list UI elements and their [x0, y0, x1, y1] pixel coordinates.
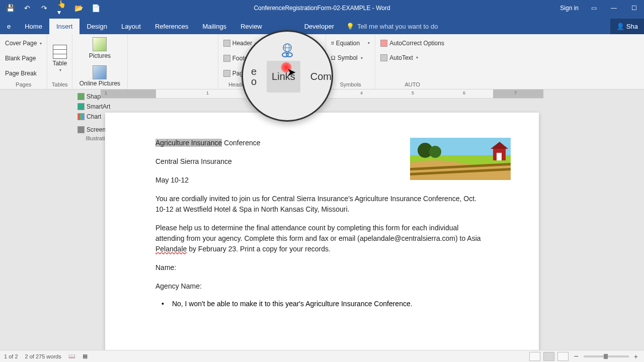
header-icon	[223, 40, 230, 47]
zoom-in-button[interactable]: +	[632, 352, 640, 360]
pictures-icon	[93, 37, 107, 51]
ribbon-hidden-area	[128, 34, 218, 89]
minimize-icon[interactable]: —	[609, 3, 619, 13]
tell-me-box[interactable]: 💡 Tell me what you want to do	[346, 23, 438, 34]
svg-point-3	[429, 146, 441, 158]
page-count[interactable]: 1 of 2	[4, 353, 18, 359]
undo-icon[interactable]: ↶	[23, 4, 31, 12]
shapes-icon	[77, 93, 85, 100]
tab-design[interactable]: Design	[79, 19, 114, 34]
mag-right-text: Com	[310, 71, 332, 82]
tab-layout[interactable]: Layout	[114, 19, 148, 34]
bullet-icon: •	[162, 300, 164, 308]
mag-left-text: e o	[243, 66, 257, 86]
symbol-icon: Ω	[331, 54, 336, 62]
autotext-button[interactable]: AutoText▾	[378, 53, 446, 62]
magnifier-overlay: e o Links ➤ Com	[242, 30, 333, 122]
tab-review[interactable]: Review	[233, 19, 269, 34]
screenshot-icon	[77, 126, 85, 133]
new-doc-icon[interactable]: 📄	[92, 4, 100, 12]
smartart-button[interactable]: SmartArt	[75, 102, 124, 111]
doc-paragraph-1[interactable]: You are cordially invited to join us for…	[155, 194, 489, 215]
touch-mode-icon[interactable]: 👆▾	[57, 4, 65, 12]
quick-access-toolbar: 💾 ↶ ↷ 👆▾ 📂 📄	[0, 4, 100, 12]
online-pictures-icon	[93, 65, 107, 79]
svg-rect-6	[497, 153, 502, 160]
farm-clipart[interactable]	[410, 138, 511, 180]
svg-point-11	[286, 53, 292, 57]
cursor-icon: ➤	[287, 66, 296, 79]
read-mode-button[interactable]	[529, 352, 540, 361]
autocorrect-button[interactable]: AutoCorrect Options	[378, 39, 446, 48]
title-right: Sign in ▭ — ☐	[560, 3, 639, 13]
page-number-icon	[223, 70, 230, 77]
group-illustrations: Pictures Online Pictures Shapes▾ SmartAr…	[72, 34, 128, 89]
spell-check-icon[interactable]: 📖	[68, 353, 75, 359]
doc-name-field[interactable]: Name:	[155, 262, 489, 273]
tables-group-label: Tables	[50, 80, 69, 89]
sign-in-link[interactable]: Sign in	[560, 5, 579, 12]
tab-home[interactable]: Home	[18, 19, 49, 34]
autocorrect-icon	[380, 40, 387, 47]
share-button[interactable]: 👤 Sha	[610, 19, 644, 34]
ribbon-tabs: e Home Insert Design Layout References M…	[0, 16, 644, 34]
save-icon[interactable]: 💾	[6, 4, 14, 12]
cover-page-button[interactable]: Cover Page▾	[3, 39, 44, 48]
online-pictures-button[interactable]: Online Pictures	[75, 64, 124, 88]
pictures-button[interactable]: Pictures	[75, 36, 124, 60]
group-pages: Cover Page▾ Blank Page Page Break Pages	[0, 34, 47, 89]
tab-mailings[interactable]: Mailings	[195, 19, 233, 34]
print-layout-button[interactable]	[543, 352, 554, 361]
footer-icon	[223, 55, 230, 62]
page-break-button[interactable]: Page Break	[3, 69, 44, 78]
open-icon[interactable]: 📂	[74, 4, 83, 12]
chart-icon	[77, 113, 85, 120]
autotext-icon	[380, 54, 387, 61]
doc-agency-field[interactable]: Agency Name:	[155, 281, 489, 292]
symbol-button[interactable]: Ω Symbol▾	[329, 53, 372, 63]
farm-svg-icon	[410, 138, 511, 180]
tab-developer[interactable]: Developer	[297, 19, 341, 34]
zoom-out-button[interactable]: −	[572, 352, 580, 361]
tab-insert[interactable]: Insert	[49, 19, 80, 34]
table-icon	[53, 45, 67, 59]
zoom-slider[interactable]	[584, 355, 629, 357]
group-tables: Table▾ Tables	[47, 34, 72, 89]
link-globe-icon	[276, 43, 298, 58]
web-layout-button[interactable]	[557, 352, 569, 361]
table-button[interactable]: Table▾	[50, 44, 69, 73]
equation-button[interactable]: π Equation▾	[329, 38, 372, 48]
tab-file-partial[interactable]: e	[0, 19, 18, 34]
redo-icon[interactable]: ↷	[40, 4, 48, 12]
maximize-icon[interactable]: ☐	[629, 3, 639, 13]
blank-page-button[interactable]: Blank Page	[3, 54, 44, 63]
window-title: ConferenceRegistrationForm-02-EXAMPLE - …	[254, 5, 390, 12]
links-button-magnified[interactable]: Links ➤	[267, 61, 300, 93]
group-symbols: π Equation▾ Ω Symbol▾ Symbols	[326, 34, 375, 89]
auto-group-label: AUTO	[378, 80, 446, 89]
pages-group-label: Pages	[3, 80, 44, 89]
ribbon-options-icon[interactable]: ▭	[589, 3, 599, 13]
equation-icon: π	[331, 39, 334, 47]
word-count[interactable]: 2 of 275 words	[25, 353, 61, 359]
document-page[interactable]: Agriculture Insurance Conference Central…	[105, 113, 539, 362]
status-bar: 1 of 2 2 of 275 words 📖 ▦ − +	[0, 350, 644, 362]
tell-me-placeholder: Tell me what you want to do	[357, 23, 438, 30]
smartart-icon	[77, 103, 85, 110]
tab-references[interactable]: References	[148, 19, 195, 34]
group-auto: AutoCorrect Options AutoText▾ AUTO	[375, 34, 449, 89]
title-bar: 💾 ↶ ↷ 👆▾ 📂 📄 ConferenceRegistrationForm-…	[0, 0, 644, 16]
doc-bullet-1[interactable]: • No, I won't be able to make it to this…	[162, 300, 489, 308]
macro-icon[interactable]: ▦	[83, 353, 88, 359]
person-icon: 👤	[616, 23, 624, 30]
lightbulb-icon: 💡	[346, 23, 354, 30]
symbols-group-label: Symbols	[329, 80, 372, 89]
doc-paragraph-2[interactable]: Please help us to determine the final at…	[155, 223, 489, 254]
